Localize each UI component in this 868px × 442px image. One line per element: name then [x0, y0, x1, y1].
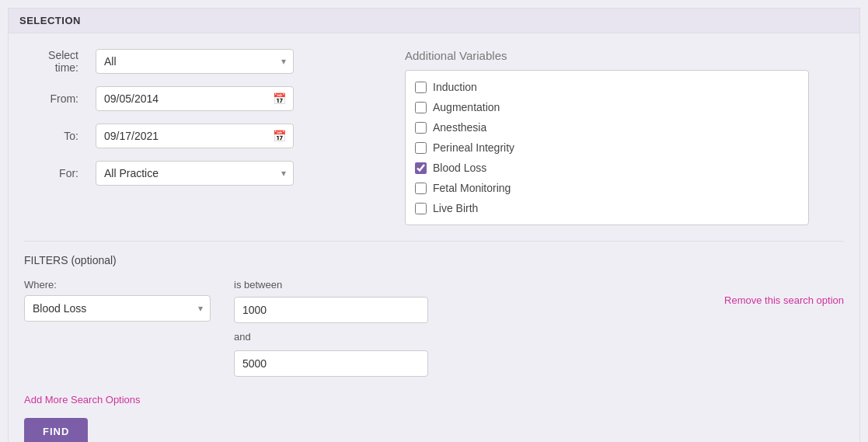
blood-loss-checkbox[interactable]: [415, 162, 427, 174]
for-row: For: All PracticeMy Practice ▾: [24, 161, 382, 186]
between-value1-input[interactable]: [234, 297, 428, 323]
from-row: From: 📅: [24, 86, 382, 111]
select-time-dropdown[interactable]: AllCustom: [96, 49, 294, 74]
fetal-monitoring-label: Fetal Monitoring: [433, 182, 511, 194]
add-more-search-options-link[interactable]: Add More Search Options: [24, 394, 141, 405]
live-birth-checkbox[interactable]: [415, 203, 427, 214]
to-row: To: 📅: [24, 124, 382, 148]
panel-body: Select time: AllCustom ▾ From: 📅 To:: [9, 33, 859, 241]
find-button[interactable]: FIND: [24, 418, 88, 442]
augmentation-checkbox[interactable]: [415, 102, 427, 113]
perineal-integrity-checkbox[interactable]: [415, 142, 427, 154]
is-between-label: is between: [234, 279, 428, 291]
from-date-wrapper: 📅: [96, 86, 294, 111]
filters-section: FILTERS (optional) Where: Blood Loss Ind…: [9, 242, 859, 442]
filter-row: Where: Blood Loss Induction Augmentation…: [24, 279, 844, 377]
to-date-input[interactable]: [96, 124, 294, 148]
induction-checkbox[interactable]: [415, 82, 427, 93]
main-panel: SELECTION Select time: AllCustom ▾ From:…: [8, 8, 860, 442]
list-item: Live Birth: [406, 198, 808, 218]
remove-search-option-link[interactable]: Remove this search option: [724, 279, 844, 306]
right-section: Additional Variables Induction Augmentat…: [405, 49, 844, 225]
panel-header: SELECTION: [9, 9, 859, 33]
induction-label: Induction: [433, 81, 477, 93]
between-value2-input[interactable]: [234, 350, 428, 377]
for-select-wrapper: All PracticeMy Practice ▾: [96, 161, 294, 186]
live-birth-label: Live Birth: [433, 202, 478, 214]
select-time-wrapper: AllCustom ▾: [96, 49, 294, 74]
for-label: For:: [24, 167, 86, 179]
filter-select-wrapper: Blood Loss Induction Augmentation Anesth…: [24, 295, 211, 322]
filters-title: FILTERS (optional): [24, 254, 844, 266]
list-item: Induction: [406, 77, 808, 97]
filter-where: Where: Blood Loss Induction Augmentation…: [24, 279, 211, 322]
list-item: Fetal Monitoring: [406, 178, 808, 198]
anesthesia-checkbox[interactable]: [415, 122, 427, 134]
from-date-input[interactable]: [96, 86, 294, 111]
from-label: From:: [24, 92, 86, 105]
perineal-integrity-label: Perineal Integrity: [433, 141, 514, 154]
checkbox-list: Induction Augmentation Anesthesia Perine…: [405, 70, 809, 225]
additional-variables-title: Additional Variables: [405, 49, 844, 62]
for-dropdown[interactable]: All PracticeMy Practice: [96, 161, 294, 186]
and-label: and: [234, 331, 428, 343]
anesthesia-label: Anesthesia: [433, 121, 486, 134]
select-time-label: Select time:: [24, 49, 86, 74]
list-item: Anesthesia: [406, 117, 808, 137]
filter-right-area: is between and Remove this search option: [234, 279, 844, 377]
to-label: To:: [24, 130, 86, 142]
augmentation-label: Augmentation: [433, 101, 500, 113]
blood-loss-label: Blood Loss: [433, 162, 486, 174]
list-item: Blood Loss: [406, 158, 808, 178]
list-item: Augmentation: [406, 97, 808, 117]
where-label: Where:: [24, 279, 211, 291]
list-item: Perineal Integrity: [406, 137, 808, 158]
filter-between: is between and: [234, 279, 428, 377]
to-date-wrapper: 📅: [96, 124, 294, 148]
fetal-monitoring-checkbox[interactable]: [415, 183, 427, 194]
left-section: Select time: AllCustom ▾ From: 📅 To:: [24, 49, 382, 225]
select-time-row: Select time: AllCustom ▾: [24, 49, 382, 74]
where-dropdown[interactable]: Blood Loss Induction Augmentation Anesth…: [24, 295, 211, 322]
